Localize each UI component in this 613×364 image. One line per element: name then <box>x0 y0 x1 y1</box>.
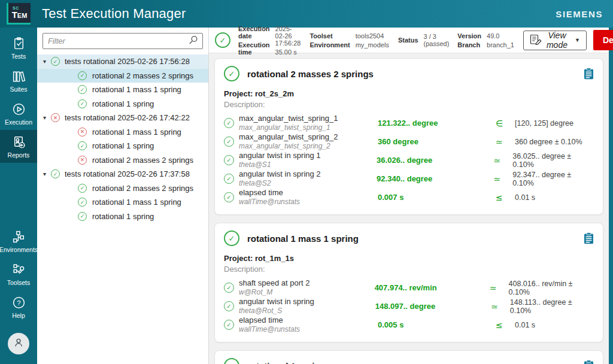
filter-box <box>43 33 203 49</box>
criterion-row: max_angular_twist_spring_1 max_angular_t… <box>224 114 594 132</box>
main-area: Execution date Execution time 2025-02-26… <box>209 28 609 364</box>
report-tree: ▾ tests rotational 2025-02-26 17:56:28 r… <box>37 54 208 223</box>
status-info-group: Status 3 / 3 (passed) <box>398 33 449 47</box>
tree-item-test-run[interactable]: ▾ tests rotational 2025-02-26 17:42:22 <box>37 111 208 125</box>
tree-item-test-case[interactable]: rotational 1 mass 1 spring <box>37 83 208 97</box>
card-description: Description: <box>224 265 594 274</box>
sidebar-item-help[interactable]: ? Help <box>0 290 37 323</box>
sidebar-item-tests[interactable]: Tests <box>0 31 37 64</box>
criterion-row: angular twist in spring theta@Rot_S 148.… <box>224 297 594 316</box>
criterion-actual-value: 360 degree <box>378 137 496 146</box>
tree-item-test-case[interactable]: rotational 1 mass 1 spring <box>37 195 208 210</box>
criterion-row: elapsed time wallTime@runstats 0.005 s ≤… <box>224 316 594 334</box>
person-icon <box>12 336 25 351</box>
card-header: rotational 2 masses 2 springs <box>224 66 594 81</box>
tree-item-label: rotational 2 masses 2 springs <box>92 156 193 165</box>
search-icon[interactable] <box>189 35 198 47</box>
criterion-operator: ≃ <box>493 156 507 165</box>
tree-item-label: rotational 2 masses 2 springs <box>92 184 193 193</box>
test-result-card: rotational 1 spring <box>214 350 603 364</box>
status-passed-icon <box>224 136 234 147</box>
test-result-card: rotational 2 masses 2 springs Project: r… <box>214 58 603 215</box>
card-title: rotational 1 mass 1 spring <box>247 233 359 244</box>
view-mode-icon <box>530 34 542 47</box>
criterion-actual-value: 92.340.. degree <box>377 174 493 183</box>
status-passed-icon <box>78 184 87 193</box>
sidebar-item-suites[interactable]: Suites <box>0 64 37 97</box>
status-passed-icon <box>78 71 87 80</box>
clipboard-report-icon[interactable] <box>584 360 594 364</box>
criterion-variable: theta@Rot_S <box>239 307 375 316</box>
sidebar-item-environments[interactable]: Environments <box>0 225 37 257</box>
criterion-actual-value: 0.007 s <box>378 193 496 202</box>
criterion-name: max_angular_twist_spring_1 <box>239 114 378 123</box>
tree-item-test-run[interactable]: ▾ tests rotational 2025-02-26 17:56:28 <box>37 54 208 69</box>
tree-item-label: tests rotational 2025-02-26 17:37:58 <box>65 169 190 178</box>
tree-item-test-case[interactable]: rotational 1 spring <box>37 210 208 224</box>
version-info-group: Version Branch 49.0 branch_1 <box>457 32 514 48</box>
criterion-variable: max_angular_twist_spring_2 <box>239 142 378 151</box>
user-avatar[interactable] <box>8 333 29 354</box>
status-passed-icon <box>224 320 234 330</box>
card-description: Description: <box>224 100 594 109</box>
filter-input[interactable] <box>48 37 189 46</box>
status-failed-icon <box>51 113 60 122</box>
criterion-variable: wallTime@runstats <box>239 325 378 334</box>
tree-item-test-case[interactable]: rotational 2 masses 2 springs <box>37 181 208 196</box>
sidebar-item-toolsets[interactable]: Toolsets <box>0 257 37 290</box>
criterion-expected-value: 0.01 s <box>515 321 535 329</box>
criterion-expected-value: 148.113.. degree ± 0.10% <box>510 298 594 315</box>
expander-icon[interactable]: ▾ <box>43 171 51 177</box>
criterion-row: max_angular_twist_spring_2 max_angular_t… <box>224 132 594 151</box>
sidebar-item-label: Tests <box>11 53 26 60</box>
sidebar-item-label: Reports <box>8 151 30 159</box>
card-rows: max_angular_twist_spring_1 max_angular_t… <box>224 114 594 207</box>
tree-item-test-case[interactable]: rotational 2 masses 2 springs <box>37 153 208 168</box>
app-header: SC TEM Test Execution Manager SIEMENS <box>0 0 613 28</box>
delete-button[interactable]: Delete <box>593 30 613 50</box>
tree-item-test-run[interactable]: ▾ tests rotational 2025-02-26 17:37:58 <box>37 167 208 181</box>
toolset-value: tools2504 <box>356 32 389 40</box>
execution-info-group: Execution date Execution time 2025-02-26… <box>238 25 301 56</box>
criterion-variable: theta@S2 <box>239 179 377 188</box>
sidebar-item-execution[interactable]: Execution <box>0 97 37 130</box>
environments-nodes-icon <box>11 229 26 244</box>
card-project: Project: rot_1m_1s <box>224 254 594 263</box>
view-mode-dropdown[interactable]: View mode ▼ <box>523 31 587 50</box>
tree-item-label: tests rotational 2025-02-26 17:42:22 <box>65 113 190 122</box>
report-certificate-icon <box>11 135 26 150</box>
clipboard-report-icon[interactable] <box>584 232 594 244</box>
tree-item-test-case[interactable]: rotational 1 spring <box>37 139 208 153</box>
tree-item-test-case[interactable]: rotational 1 spring <box>37 97 208 111</box>
tree-item-label: rotational 1 mass 1 spring <box>92 85 181 94</box>
criterion-expected-value: 0.01 s <box>515 193 535 202</box>
criterion-actual-value: 36.026.. degree <box>377 156 493 165</box>
expander-icon[interactable]: ▾ <box>43 114 51 121</box>
view-mode-label: View mode <box>547 31 568 50</box>
branch-label: Branch <box>457 41 481 48</box>
play-circle-icon <box>11 102 26 117</box>
card-header: rotational 1 spring <box>224 358 594 364</box>
criterion-name: elapsed time <box>239 189 378 198</box>
criterion-expected-value: [120, 125] degree <box>515 119 573 128</box>
sidebar-item-label: Execution <box>5 119 32 126</box>
toolset-label: Toolset <box>309 32 350 40</box>
status-passed-icon <box>51 57 60 66</box>
criterion-variable: max_angular_twist_spring_1 <box>239 123 378 132</box>
status-passed-icon <box>78 198 87 207</box>
status-failed-icon <box>78 128 87 136</box>
tree-item-test-case[interactable]: rotational 1 mass 1 spring <box>37 125 208 139</box>
sidebar-item-reports[interactable]: Reports <box>0 130 37 163</box>
siemens-brand-logo: SIEMENS <box>556 9 603 19</box>
sidebar-item-label: Suites <box>10 86 27 93</box>
clipboard-report-icon[interactable] <box>584 68 594 80</box>
execution-date-label: Execution date <box>238 25 270 40</box>
sidebar-nav: Tests Suites Execution <box>0 28 37 364</box>
criterion-actual-value: 0.005 s <box>378 320 496 329</box>
criterion-operator: ≤ <box>496 193 509 202</box>
logo-tem-text: TEM <box>12 10 28 20</box>
tree-item-test-case[interactable]: rotational 2 masses 2 springs <box>37 69 208 83</box>
tree-item-label: rotational 1 spring <box>92 212 154 221</box>
expander-icon[interactable]: ▾ <box>43 58 51 65</box>
criterion-actual-value: 121.322.. degree <box>378 119 496 128</box>
